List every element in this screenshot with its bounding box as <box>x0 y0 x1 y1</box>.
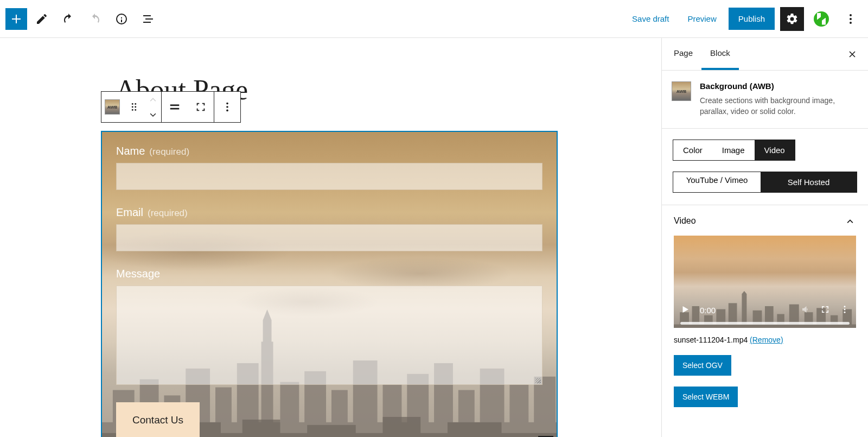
svg-point-12 <box>226 106 228 108</box>
undo-button[interactable] <box>56 7 80 31</box>
svg-point-1 <box>850 18 852 20</box>
move-up-button[interactable] <box>145 92 161 107</box>
settings-sidebar: Page Block AWB Background (AWB) Create s… <box>661 38 868 437</box>
fullscreen-button[interactable] <box>820 305 830 316</box>
message-label: Message <box>116 268 542 280</box>
block-card-desc: Create sections with background image, p… <box>700 95 858 117</box>
fullwidth-button[interactable] <box>188 92 214 122</box>
info-button[interactable] <box>110 7 133 31</box>
svg-point-11 <box>226 103 228 105</box>
tab-block[interactable]: Block <box>701 38 739 70</box>
svg-point-3 <box>132 103 133 105</box>
block-card: AWB Background (AWB) Create sections wit… <box>662 71 868 129</box>
contact-form: Name(required) Email(required) Message C… <box>102 132 557 437</box>
list-view-icon <box>142 12 155 26</box>
block-more-button[interactable] <box>214 92 240 122</box>
name-label: Name(required) <box>116 145 542 157</box>
chevron-up-icon <box>149 96 157 103</box>
fullscreen-icon <box>820 305 830 314</box>
bg-type-toggle: Color Image Video <box>673 140 795 161</box>
editor-main: About Page AWB <box>0 38 868 437</box>
redo-icon <box>88 12 101 26</box>
video-preview[interactable]: 0:00 <box>674 236 856 328</box>
save-draft-button[interactable]: Save draft <box>626 10 675 28</box>
jetpack-icon <box>814 11 829 27</box>
svg-point-4 <box>135 103 136 105</box>
toolbar-right: Save draft Preview Publish <box>626 7 863 31</box>
svg-point-56 <box>844 306 846 307</box>
drag-handle[interactable] <box>123 92 145 122</box>
redo-button[interactable] <box>83 7 107 31</box>
video-filename: sunset-111204-1.mp4 (Remove) <box>674 335 856 344</box>
video-panel-header[interactable]: Video <box>662 205 868 233</box>
svg-point-2 <box>850 22 852 24</box>
contact-submit-button[interactable]: Contact Us <box>116 402 200 437</box>
svg-point-0 <box>850 14 852 16</box>
block-toolbar: AWB <box>101 91 241 123</box>
move-arrows <box>145 92 161 122</box>
editor-top-toolbar: Save draft Preview Publish <box>0 0 868 38</box>
svg-point-13 <box>226 110 228 112</box>
video-time: 0:00 <box>700 306 716 315</box>
video-controls: 0:00 <box>674 299 856 328</box>
jetpack-button[interactable] <box>809 7 833 31</box>
awb-icon: AWB <box>105 99 120 115</box>
fullscreen-icon <box>195 101 207 113</box>
edit-mode-button[interactable] <box>30 7 54 31</box>
move-down-button[interactable] <box>145 107 161 122</box>
email-input[interactable] <box>116 224 542 251</box>
info-icon <box>115 12 128 26</box>
email-label: Email(required) <box>116 206 542 219</box>
outline-button[interactable] <box>136 7 160 31</box>
pencil-icon <box>35 12 48 26</box>
name-input[interactable] <box>116 163 542 190</box>
undo-icon <box>62 12 75 26</box>
close-sidebar-button[interactable] <box>844 46 860 62</box>
message-textarea[interactable] <box>116 286 542 385</box>
more-vertical-icon <box>844 12 857 26</box>
remove-video-link[interactable]: (Remove) <box>750 335 783 344</box>
chevron-down-icon <box>149 111 157 118</box>
video-source-youtube[interactable]: YouTube / Vimeo <box>673 172 761 192</box>
more-options-button[interactable] <box>839 7 863 31</box>
svg-point-7 <box>132 109 133 111</box>
video-source-self[interactable]: Self Hosted <box>761 172 857 192</box>
volume-icon <box>801 305 810 314</box>
video-more-button[interactable] <box>840 305 850 316</box>
more-vertical-icon <box>840 305 850 314</box>
awb-background-block[interactable]: Name(required) Email(required) Message C… <box>101 131 558 437</box>
awb-icon: AWB <box>672 81 691 101</box>
bg-type-image[interactable]: Image <box>712 140 755 160</box>
editor-canvas[interactable]: About Page AWB <box>0 38 661 437</box>
svg-point-6 <box>135 106 136 108</box>
select-ogv-button[interactable]: Select OGV <box>674 355 731 376</box>
video-source-toggle: YouTube / Vimeo Self Hosted <box>673 172 857 193</box>
plus-icon <box>10 12 23 26</box>
drag-icon <box>128 101 140 113</box>
bg-type-video[interactable]: Video <box>755 140 795 160</box>
svg-rect-10 <box>170 108 180 110</box>
chevron-up-icon <box>844 215 856 227</box>
align-button[interactable] <box>162 92 188 122</box>
svg-point-57 <box>844 308 846 310</box>
sidebar-tabs: Page Block <box>662 38 868 71</box>
play-button[interactable] <box>680 305 690 316</box>
settings-button[interactable] <box>780 7 804 31</box>
preview-button[interactable]: Preview <box>681 10 723 28</box>
bg-type-color[interactable]: Color <box>673 140 712 160</box>
svg-rect-9 <box>170 104 180 106</box>
gear-icon <box>786 12 799 26</box>
mute-button[interactable] <box>801 305 810 316</box>
select-webm-button[interactable]: Select WEBM <box>674 387 738 407</box>
more-vertical-icon <box>221 101 233 113</box>
block-type-button[interactable]: AWB <box>101 92 123 122</box>
publish-button[interactable]: Publish <box>729 8 775 30</box>
video-progress[interactable] <box>680 322 850 325</box>
close-icon <box>847 49 858 60</box>
align-wide-icon <box>169 101 181 113</box>
svg-point-58 <box>844 311 846 313</box>
add-block-button[interactable] <box>5 8 27 30</box>
play-icon <box>680 305 690 314</box>
tab-page[interactable]: Page <box>662 38 701 70</box>
svg-point-5 <box>132 106 133 108</box>
